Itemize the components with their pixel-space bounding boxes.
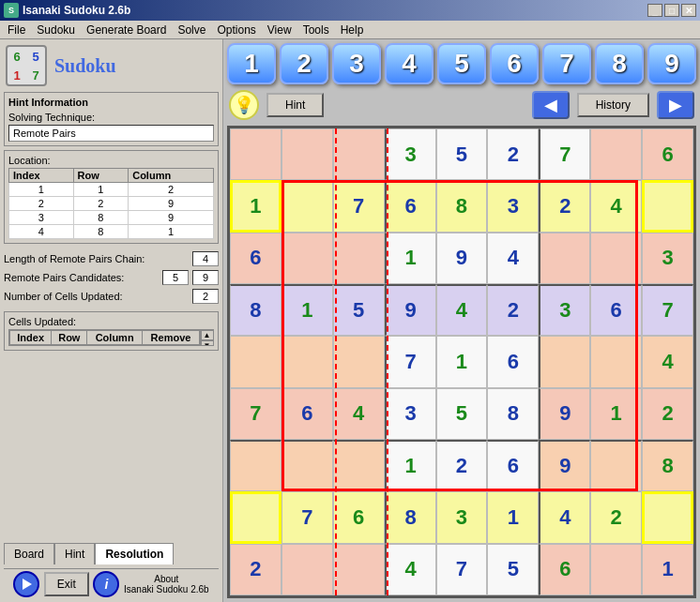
cell-8-5[interactable]: 5 [487, 544, 539, 595]
cell-1-6[interactable]: 2 [539, 180, 590, 232]
cell-0-7[interactable] [590, 128, 642, 180]
window-controls[interactable]: _ □ ✕ [647, 4, 696, 17]
maximize-button[interactable]: □ [664, 4, 679, 17]
menu-view[interactable]: View [262, 22, 297, 38]
cell-8-3[interactable]: 4 [385, 544, 436, 595]
menu-generate[interactable]: Generate Board [81, 22, 172, 38]
cell-0-1[interactable] [282, 128, 333, 180]
cell-7-6[interactable]: 4 [539, 491, 590, 543]
menu-help[interactable]: Help [335, 22, 370, 38]
number-button-6[interactable]: 6 [490, 43, 539, 84]
history-button[interactable]: History [577, 93, 649, 117]
cell-8-8[interactable]: 1 [642, 544, 693, 595]
cell-8-6[interactable]: 6 [539, 544, 590, 595]
scroll-down-button[interactable]: ▼ [201, 340, 214, 346]
cell-0-6[interactable]: 7 [539, 128, 590, 180]
cell-3-7[interactable]: 6 [590, 284, 642, 336]
number-button-5[interactable]: 5 [437, 43, 486, 84]
number-button-9[interactable]: 9 [647, 43, 696, 84]
scroll-up-button[interactable]: ▲ [201, 330, 214, 340]
cell-5-0[interactable]: 7 [230, 388, 282, 440]
cell-7-3[interactable]: 8 [385, 491, 436, 543]
cell-1-8[interactable] [642, 180, 693, 232]
cell-0-5[interactable]: 2 [487, 128, 539, 180]
cell-6-5[interactable]: 6 [487, 440, 539, 491]
cell-6-8[interactable]: 8 [642, 440, 693, 491]
tab-board[interactable]: Board [4, 543, 54, 564]
cell-5-2[interactable]: 4 [333, 388, 385, 440]
cell-2-7[interactable] [590, 233, 642, 284]
play-button[interactable] [13, 571, 39, 597]
cell-1-4[interactable]: 8 [436, 180, 488, 232]
about-button[interactable]: i [93, 571, 119, 597]
cell-4-4[interactable]: 1 [436, 336, 488, 387]
cell-2-5[interactable]: 4 [487, 233, 539, 284]
cell-5-4[interactable]: 5 [436, 388, 488, 440]
cell-5-8[interactable]: 2 [642, 388, 693, 440]
tab-resolution[interactable]: Resolution [95, 543, 174, 564]
tab-hint[interactable]: Hint [54, 543, 95, 564]
cell-6-3[interactable]: 1 [385, 440, 436, 491]
exit-button[interactable]: Exit [44, 572, 89, 596]
cell-6-4[interactable]: 2 [436, 440, 488, 491]
cell-4-0[interactable] [230, 336, 282, 387]
number-button-3[interactable]: 3 [332, 43, 381, 84]
cell-4-6[interactable] [539, 336, 590, 387]
cell-1-7[interactable]: 4 [590, 180, 642, 232]
cell-7-0[interactable] [230, 491, 282, 543]
cell-2-3[interactable]: 1 [385, 233, 436, 284]
cell-7-2[interactable]: 6 [333, 491, 385, 543]
cell-2-8[interactable]: 3 [642, 233, 693, 284]
back-button[interactable]: ◀ [532, 91, 570, 119]
cell-4-7[interactable] [590, 336, 642, 387]
number-button-1[interactable]: 1 [227, 43, 276, 84]
cell-4-3[interactable]: 7 [385, 336, 436, 387]
cell-0-8[interactable]: 6 [642, 128, 693, 180]
scrollbar[interactable]: ▲ ▼ [200, 330, 213, 345]
cell-4-1[interactable] [282, 336, 333, 387]
number-button-8[interactable]: 8 [595, 43, 644, 84]
cell-3-5[interactable]: 2 [487, 284, 539, 336]
menu-options[interactable]: Options [211, 22, 261, 38]
cell-3-6[interactable]: 3 [539, 284, 590, 336]
number-button-7[interactable]: 7 [542, 43, 591, 84]
cell-5-5[interactable]: 8 [487, 388, 539, 440]
cell-0-0[interactable] [230, 128, 282, 180]
cell-2-6[interactable] [539, 233, 590, 284]
cell-0-2[interactable] [333, 128, 385, 180]
cell-1-1[interactable] [282, 180, 333, 232]
menu-solve[interactable]: Solve [172, 22, 211, 38]
menu-sudoku[interactable]: Sudoku [31, 22, 81, 38]
cell-0-3[interactable]: 3 [385, 128, 436, 180]
cell-5-3[interactable]: 3 [385, 388, 436, 440]
cell-1-0[interactable]: 1 [230, 180, 282, 232]
menu-tools[interactable]: Tools [297, 22, 335, 38]
cell-8-7[interactable] [590, 544, 642, 595]
cell-2-1[interactable] [282, 233, 333, 284]
cell-2-0[interactable]: 6 [230, 233, 282, 284]
cell-8-2[interactable] [333, 544, 385, 595]
cell-3-4[interactable]: 4 [436, 284, 488, 336]
cell-5-7[interactable]: 1 [590, 388, 642, 440]
minimize-button[interactable]: _ [647, 4, 662, 17]
cell-8-4[interactable]: 7 [436, 544, 488, 595]
cell-2-2[interactable] [333, 233, 385, 284]
cell-1-5[interactable]: 3 [487, 180, 539, 232]
close-button[interactable]: ✕ [681, 4, 696, 17]
cell-2-4[interactable]: 9 [436, 233, 488, 284]
cell-4-8[interactable]: 4 [642, 336, 693, 387]
number-button-2[interactable]: 2 [280, 43, 328, 84]
cell-3-3[interactable]: 9 [385, 284, 436, 336]
cell-8-0[interactable]: 2 [230, 544, 282, 595]
forward-button[interactable]: ▶ [657, 91, 694, 119]
menu-file[interactable]: File [2, 22, 31, 38]
cell-7-5[interactable]: 1 [487, 491, 539, 543]
cell-3-2[interactable]: 5 [333, 284, 385, 336]
number-button-4[interactable]: 4 [385, 43, 434, 84]
cell-6-6[interactable]: 9 [539, 440, 590, 491]
cell-3-0[interactable]: 8 [230, 284, 282, 336]
cell-1-2[interactable]: 7 [333, 180, 385, 232]
cell-5-1[interactable]: 6 [282, 388, 333, 440]
cell-6-2[interactable] [333, 440, 385, 491]
cell-7-8[interactable] [642, 491, 693, 543]
